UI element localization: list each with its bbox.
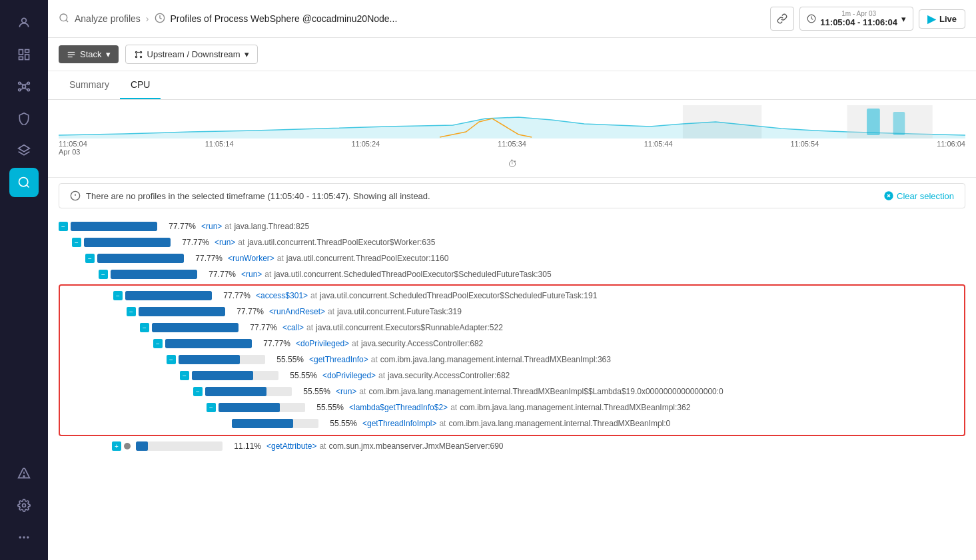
collapse-button[interactable]: − [85,254,95,263]
toolbar: Stack ▾ Upstream / Downstream ▾ [48,38,976,71]
upstream-downstream-button[interactable]: Upstream / Downstream ▾ [125,45,258,64]
selected-group: − 77.77% <access$301> at java.util.concu… [59,284,965,436]
info-bar: There are no profiles in the selected ti… [59,183,965,208]
svg-point-9 [27,89,29,91]
header-actions: 1m - Apr 03 11:05:04 - 11:06:04 ▾ ▶ Live [770,7,965,31]
sidebar [0,0,48,560]
link-button[interactable] [770,7,794,31]
svg-point-30 [135,51,137,53]
collapse-button[interactable]: − [140,323,149,332]
chevron-down-icon: ▾ [901,14,906,24]
expand-button[interactable]: + [112,441,121,451]
class-name: java.security.AccessController:682 [361,339,483,348]
svg-rect-40 [893,112,905,135]
sidebar-item-layers[interactable] [9,136,39,165]
collapse-button[interactable]: − [113,291,123,300]
timeline-container: 11:05:04 Apr 03 11:05:14 11:05:24 11:05:… [48,100,976,178]
pct-value: 11.11% [228,441,261,451]
collapse-button[interactable]: − [167,355,176,364]
breadcrumb: Analyze profiles › Profiles of Process W… [59,13,763,25]
method-name: <doPrivileged> [322,371,376,380]
pct-value: 55.55% [310,403,344,412]
info-bar-message: There are no profiles in the selected ti… [70,190,430,201]
svg-line-11 [24,84,27,85]
class-name: com.ibm.java.lang.management.internal.Th… [448,419,670,428]
stack-row: − 77.77% <run> at java.lang.Thread:825 [59,219,965,234]
collapse-button[interactable]: − [153,339,163,348]
svg-point-6 [19,82,21,84]
svg-line-24 [66,20,68,22]
content-area: Summary CPU [48,71,976,560]
profile-icon [155,13,165,25]
collapse-button[interactable]: − [127,307,136,316]
svg-point-5 [23,85,26,89]
stack-row: − 77.77% <run> at java.util.concurrent.S… [59,267,965,282]
clear-selection-button[interactable]: Clear selection [883,190,954,201]
class-name: java.util.concurrent.ThreadPoolExecutor$… [247,238,435,247]
live-button[interactable]: ▶ Live [919,9,965,29]
search-icon [59,13,69,25]
play-icon: ▶ [927,13,935,25]
class-name: java.security.AccessController:682 [388,371,510,380]
timeline-chart[interactable] [59,105,965,139]
svg-line-10 [21,84,24,85]
class-name: com.ibm.java.lang.management.internal.Th… [368,387,723,396]
tab-cpu[interactable]: CPU [120,71,161,99]
tab-summary[interactable]: Summary [59,71,120,99]
info-text: There are no profiles in the selected ti… [86,191,430,201]
sidebar-item-search[interactable] [9,168,39,197]
timeline-label-3: 11:05:34 [498,140,526,156]
collapse-button[interactable]: − [180,371,189,380]
time-range-button[interactable]: 1m - Apr 03 11:05:04 - 11:06:04 ▾ [799,7,913,31]
svg-point-8 [19,89,21,91]
pct-value: 77.77% [203,270,236,279]
stack-row: − 77.77% <access$301> at java.util.concu… [60,288,964,303]
collapse-button[interactable]: − [72,238,81,247]
stack-button[interactable]: Stack ▾ [59,45,119,63]
stack-chevron-icon: ▾ [106,49,111,59]
sidebar-item-alert[interactable] [9,459,39,488]
live-label: Live [939,14,957,24]
stack-row: − 77.77% <doPrivileged> at java.security… [60,336,964,351]
stack-row: − 77.77% <runAndReset> at java.util.conc… [60,304,964,319]
svg-point-18 [23,475,25,477]
flame-container: − 77.77% <run> at java.lang.Thread:825 −… [48,214,976,465]
svg-point-0 [22,18,27,23]
collapse-button[interactable]: − [99,270,108,279]
timeline-label-5: 11:05:54 [790,140,819,156]
method-name: <lambda$getThreadInfo$2> [349,403,448,412]
method-name: <getThreadInfoImpl> [362,419,436,428]
clear-label: Clear selection [897,191,954,201]
timeline-scrubber[interactable]: ⏱ [59,156,965,172]
method-name: <getThreadInfo> [309,355,368,364]
stack-row: − 55.55% <lambda$getThreadInfo$2> at com… [60,400,964,415]
pct-value: 55.55% [297,387,330,396]
class-name: java.util.concurrent.ThreadPoolExecutor:… [286,254,448,263]
collapse-button[interactable]: − [207,403,216,412]
analyze-profiles-link[interactable]: Analyze profiles [75,13,141,24]
class-name: com.ibm.java.lang.management.internal.Th… [380,355,611,364]
timeline-label-2: 11:05:24 [351,140,380,156]
sidebar-item-report[interactable] [9,40,39,69]
timeline-label-0: 11:05:04 Apr 03 [59,140,87,156]
sidebar-item-user[interactable] [9,8,39,37]
class-name: java.util.concurrent.Executors$RunnableA… [316,323,503,332]
collapse-button[interactable]: − [193,387,203,396]
method-name: <run> [201,222,222,231]
collapse-button[interactable]: − [59,222,68,231]
svg-rect-2 [25,50,29,53]
class-name: java.util.concurrent.FutureTask:319 [337,307,462,316]
timeline-label-6: 11:06:04 [937,140,965,156]
stack-row: − 55.55% <run> at com.ibm.java.lang.mana… [60,384,964,399]
method-name: <run> [215,238,235,247]
sidebar-item-cluster[interactable] [9,72,39,101]
sidebar-item-more[interactable] [9,523,39,552]
profile-title: Profiles of Process WebSphere @cocadminu… [171,13,398,24]
sidebar-item-shield[interactable] [9,104,39,133]
sidebar-item-settings[interactable] [9,491,39,520]
pct-value: 55.55% [324,419,357,428]
pct-value: 77.77% [176,238,209,247]
method-name: <doPrivileged> [296,339,349,348]
clear-icon [883,190,894,201]
pct-value: 77.77% [217,291,250,300]
